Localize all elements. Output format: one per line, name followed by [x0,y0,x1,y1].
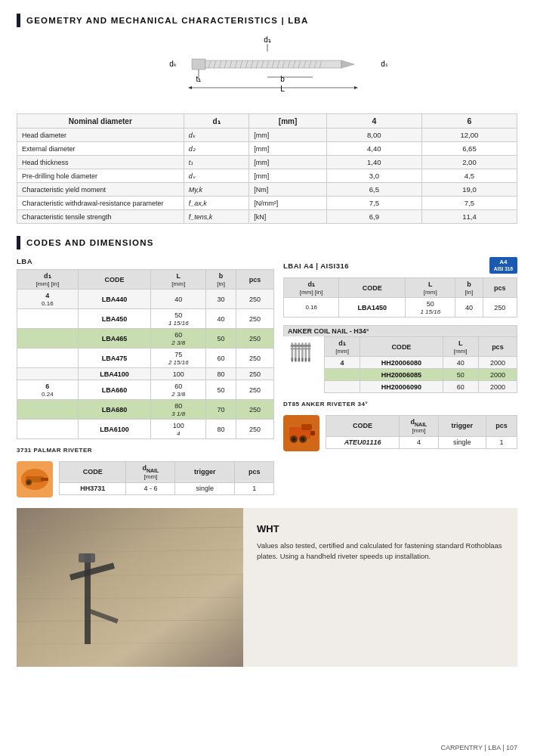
ac-col-d1: d₁[mm] [325,337,360,357]
lba-pcs: 250 [236,368,274,380]
section1-title: GEOMETRY AND MECHANICAL CHARACTERISTICS … [26,16,308,25]
ac-code: HH20006080 [360,357,443,369]
lba-b: 50 [206,380,236,400]
prop-unit: [N/mm²] [249,197,326,210]
lba-code: LBA465 [78,329,151,349]
lba-L: 602 3/8 [151,380,206,400]
anker-coil-image [283,339,319,377]
lba-b: 80 [206,420,236,439]
section2-bar [17,236,20,249]
anker-coil-body: d₁[mm] CODE L[mm] pcs 4 HH20006080 40 20… [283,336,517,393]
lba-L: 602 3/8 [151,329,206,349]
ac-col-code: CODE [360,337,443,357]
prop-symbol: f_ax,k [184,197,249,210]
lba-table-row: LBA680 803 1/8 70 250 [17,400,274,420]
svg-rect-73 [79,553,95,562]
footer: CARPENTRY | LBA | 107 [0,739,534,756]
prop-symbol: t₁ [184,156,249,169]
prop-symbol: dₖ [184,129,249,142]
codes-two-col: LBA d₁[mm] [in] CODE L[mm] b[in] pcs 40.… [17,257,517,497]
prop-symbol: dᵥ [184,169,249,183]
lba-d1: 60.24 [17,380,79,400]
riveter-3731-body: CODE dNAIL[mm] trigger pcs HH3731 4 - 6 … [17,461,274,497]
lba-table-row: LBA475 752 15/16 60 250 [17,349,274,368]
lba-d1-empty [17,329,79,349]
codes-section: CODES AND DIMENSIONS LBA d₁[mm] [in] COD… [17,236,517,497]
lba-a4-table: d₁[mm] [in] CODE L[mm] b[in] pcs 0.16 LB… [283,277,517,318]
lba-pcs: 250 [236,349,274,368]
rdt85-dnail: 4 [400,436,439,448]
rdt85-col-code: CODE [326,416,400,437]
lba-code-table: d₁[mm] [in] CODE L[mm] b[in] pcs 40.16 L… [17,269,274,439]
riveter-dt85-image [283,415,319,451]
prop-symbol: d₂ [184,142,249,156]
r3731-col-trigger: trigger [175,462,235,483]
prop-val2: 2,00 [421,156,517,169]
prop-table-row: Pre-drilling hole diameter dᵥ [mm] 3,0 4… [17,169,517,183]
prop-val2: 6,65 [421,142,517,156]
lba-d1-empty [17,400,79,420]
rdt85-trigger: single [438,436,486,448]
prop-val1: 4,40 [326,142,421,156]
prop-header-label: Nominal diameter [17,114,184,129]
lba-code: LBA440 [78,290,151,309]
ac-code: HH20006085 [360,369,443,381]
a4-pcs: 250 [483,298,517,318]
riveter-3731-table: CODE dNAIL[mm] trigger pcs HH3731 4 - 6 … [59,461,274,495]
lba-code: LBA6100 [78,420,151,439]
prop-header-val2: 6 [421,114,517,129]
svg-text:dₖ: dₖ [169,60,177,68]
svg-rect-48 [291,345,311,347]
lba-table-row: LBA465 602 3/8 50 250 [17,329,274,349]
lba-L: 100 [151,368,206,380]
lba-d1-empty [17,349,79,368]
prop-table-row: Head diameter dₖ [mm] 8,00 12,00 [17,129,517,142]
prop-val1: 6,9 [326,210,421,224]
prop-val2: 11,4 [421,210,517,224]
a4-col-d1: d₁[mm] [in] [284,278,339,298]
rdt85-pcs: 1 [486,436,517,448]
lba-L: 803 1/8 [151,400,206,420]
svg-text:b: b [280,75,285,83]
prop-val1: 1,40 [326,156,421,169]
svg-rect-57 [301,424,312,430]
anker-coil-section: ANKER COIL NAIL - H34° [283,325,517,393]
prop-val1: 7,5 [326,197,421,210]
ac-pcs: 2000 [478,381,517,393]
ac-col-L: L[mm] [443,337,478,357]
bottom-section: WHT Values also tested, certified and ca… [17,508,517,667]
prop-label: Pre-drilling hole diameter [17,169,184,183]
lba-d1: 40.16 [17,290,79,309]
rdt85-col-trigger: trigger [438,416,486,437]
svg-marker-28 [341,60,354,68]
lba-b: 40 [206,309,236,329]
prop-table-row: Characteristic tensile strength f_tens,k… [17,210,517,224]
prop-label: External diameter [17,142,184,156]
rdt85-col-pcs: pcs [486,416,517,437]
lba-col-b: b[in] [206,270,236,290]
svg-text:d₁: d₁ [264,36,271,44]
prop-label: Head thickness [17,156,184,169]
lba-pcs: 250 [236,400,274,420]
rdt85-col-dnail: dNAIL[mm] [400,416,439,437]
anker-coil-table: d₁[mm] CODE L[mm] pcs 4 HH20006080 40 20… [324,336,517,393]
wht-title: WHT [257,523,504,534]
svg-rect-53 [301,358,304,361]
lba-col-pcs: pcs [236,270,274,290]
rdt85-code: ATEU01116 [326,436,400,448]
prop-table-row: Characteristic yield moment My,k [Nm] 6,… [17,183,517,197]
svg-rect-54 [305,358,307,361]
lba-pcs: 250 [236,309,274,329]
prop-table-row: Head thickness t₁ [mm] 1,40 2,00 [17,156,517,169]
svg-rect-39 [41,478,48,481]
prop-val1: 3,0 [326,169,421,183]
a4-d1: 0.16 [284,298,339,318]
lba-col-code: CODE [78,270,151,290]
svg-rect-49 [291,349,311,350]
a4-badge: A4 AISI 316 [489,257,517,274]
prop-unit: [mm] [249,169,326,183]
riveter-3731-content: CODE dNAIL[mm] trigger pcs HH3731 4 - 6 … [59,461,274,495]
svg-rect-58 [310,431,315,435]
riveter-3731-section: 3731 PALMAR RIVETER [17,447,274,497]
a4-code: LBA1450 [339,298,406,318]
